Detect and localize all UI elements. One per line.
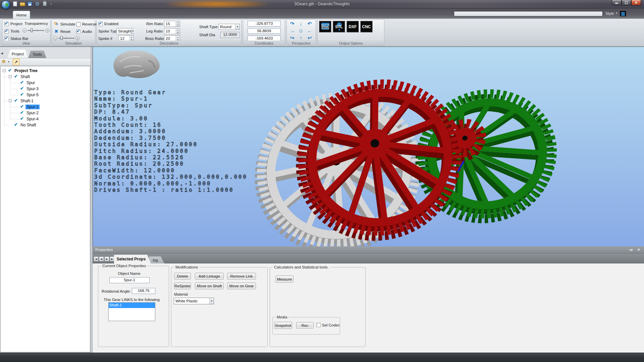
- application-menu-orb[interactable]: [1, 0, 10, 9]
- slider-track[interactable]: [58, 38, 74, 39]
- spoke-type-dropdown[interactable]: Straight ▼: [116, 28, 134, 34]
- dxf-export-button[interactable]: DXF: [346, 21, 359, 33]
- checkbox-project[interactable]: ✔ Project: [4, 21, 22, 26]
- tree-expander-icon[interactable]: −: [3, 69, 6, 72]
- remove-link-button[interactable]: Remove Link: [227, 273, 256, 280]
- delete-button[interactable]: Delete: [174, 273, 191, 280]
- coordinate-x-field[interactable]: -326.8773: [248, 21, 281, 26]
- spinner-arrows-icon[interactable]: ▲▼: [176, 28, 180, 34]
- checkbox-audio[interactable]: ✔ Audio: [76, 29, 92, 34]
- orbit-right-icon[interactable]: ↷: [288, 20, 297, 27]
- tab-log[interactable]: log: [149, 256, 164, 263]
- checkbox-icon[interactable]: ✔: [4, 37, 9, 41]
- tab-home[interactable]: Home: [13, 11, 30, 19]
- chevron-down-icon[interactable]: ▾: [8, 60, 9, 63]
- pan-left-icon[interactable]: ←: [305, 27, 314, 35]
- nav-last-icon[interactable]: ▶|: [110, 256, 115, 261]
- tree-item-project-tree[interactable]: −✔Project Tree: [1, 68, 90, 74]
- link-list-item[interactable]: Shaft-1: [109, 303, 155, 308]
- properties-title-bar[interactable]: Properties: [93, 246, 644, 254]
- checkbox-reverse[interactable]: Reverse: [76, 21, 97, 27]
- pan-down-icon[interactable]: ↓: [297, 20, 305, 27]
- snapshot-button[interactable]: Snapshot: [274, 322, 292, 329]
- gear-links-listbox[interactable]: Shaft-1: [108, 302, 155, 321]
- settings-gear-icon[interactable]: ⚙: [35, 1, 40, 7]
- material-dropdown[interactable]: White Plastic ▼: [174, 298, 214, 304]
- style-input[interactable]: [454, 11, 603, 16]
- checkbox-icon[interactable]: ✔: [4, 22, 9, 26]
- transparency-slider[interactable]: − +: [22, 28, 49, 33]
- quick-access-overflow-icon[interactable]: ▿: [50, 2, 52, 6]
- slider-plus-icon[interactable]: +: [45, 28, 49, 33]
- new-document-icon[interactable]: [12, 1, 18, 7]
- select-arrow-icon[interactable]: ↗: [13, 59, 19, 65]
- slider-thumb[interactable]: [60, 36, 63, 40]
- nav-first-icon[interactable]: |◀: [94, 256, 99, 261]
- shaft-type-dropdown[interactable]: Round ▼: [218, 24, 240, 30]
- respoke-button[interactable]: ReSpoke: [174, 283, 191, 289]
- nav-next-icon[interactable]: ▶: [104, 256, 109, 261]
- chevron-down-icon[interactable]: ▼: [131, 28, 134, 34]
- measure-button[interactable]: Measure: [275, 276, 293, 283]
- style-preview-icon[interactable]: [620, 11, 626, 16]
- nav-prev-icon[interactable]: ◀: [99, 256, 104, 261]
- tab-selected-props[interactable]: Selected Props: [114, 255, 151, 263]
- tree-item-spur-4[interactable]: ✔Spur-4: [1, 116, 90, 122]
- sidebar-tab-tools[interactable]: Tools: [28, 51, 46, 58]
- reset-button[interactable]: ✖ Reset: [54, 28, 70, 34]
- print-button[interactable]: Prn: [319, 21, 331, 33]
- restore-button[interactable]: [622, 0, 631, 5]
- gear-tool-icon[interactable]: ⚙: [2, 59, 6, 64]
- leg-ratio-spinner[interactable]: 10 ▲▼: [164, 28, 180, 34]
- checkbox-icon[interactable]: [76, 22, 80, 26]
- clipboard-icon[interactable]: [42, 1, 48, 7]
- rec-button[interactable]: Rec: [296, 322, 314, 328]
- tree-item-shaft-1[interactable]: −✔Shaft-1: [1, 98, 90, 104]
- tree-item-spur-1[interactable]: ✔Spur-1: [1, 104, 90, 110]
- 3d-viewport[interactable]: Type: Round GearName: Spur-1SubType: Spu…: [93, 47, 644, 246]
- collapse-panel-icon[interactable]: ◀: [1, 52, 3, 55]
- tree-item-spur-2[interactable]: ✔Spur-2: [1, 110, 90, 116]
- sidebar-tab-project[interactable]: Project: [7, 50, 28, 58]
- add-linkage-button[interactable]: Add Linkage: [195, 273, 224, 280]
- slider-minus-icon[interactable]: −: [53, 36, 57, 40]
- checkbox-icon[interactable]: ✔: [98, 22, 103, 26]
- checkbox-icon[interactable]: ✔: [4, 29, 9, 34]
- tree-item-spur-3[interactable]: ✔Spur-3: [1, 86, 90, 92]
- tree-item-spur[interactable]: ✔Spur: [1, 80, 90, 86]
- pan-right-icon[interactable]: →: [288, 27, 297, 35]
- minimize-button[interactable]: [612, 0, 622, 5]
- tree-item-spur-5[interactable]: ✔Spur-5: [1, 92, 90, 98]
- checkbox-enabled[interactable]: ✔ Enabled: [98, 21, 118, 26]
- checkbox-tools[interactable]: ✔ Tools: [4, 28, 19, 34]
- object-name-field[interactable]: Spur-1: [109, 277, 150, 283]
- slider-minus-icon[interactable]: −: [22, 28, 26, 33]
- tree-item-no-shaft[interactable]: ✔No Shaft: [1, 122, 90, 128]
- close-button[interactable]: ×: [631, 0, 641, 5]
- coordinate-y-field[interactable]: 56.8839: [248, 28, 281, 34]
- chevron-down-icon[interactable]: ▼: [209, 298, 214, 304]
- open-file-icon[interactable]: [20, 1, 25, 7]
- move-on-gear-button[interactable]: Move on Gear: [227, 283, 256, 289]
- sel-codec-checkbox[interactable]: [316, 323, 321, 327]
- spinner-arrows-icon[interactable]: ▲▼: [176, 21, 180, 26]
- tree-item-shaft[interactable]: −✔Shaft: [1, 74, 90, 80]
- stl-export-button[interactable]: STL: [333, 21, 345, 33]
- rim-ratio-spinner[interactable]: 15 ▲▼: [164, 21, 180, 27]
- cnc-export-button[interactable]: CNC: [360, 21, 373, 33]
- slider-thumb[interactable]: [31, 28, 33, 32]
- chevron-down-icon[interactable]: ▾: [616, 11, 618, 15]
- slider-plus-icon[interactable]: +: [75, 36, 79, 40]
- rotational-angle-field[interactable]: 168.75: [132, 288, 155, 294]
- checkbox-icon[interactable]: ✔: [76, 29, 80, 34]
- save-icon[interactable]: [27, 1, 33, 7]
- simulation-speed-slider[interactable]: − +: [53, 36, 79, 40]
- move-on-shaft-button[interactable]: Move on Shaft: [195, 283, 224, 289]
- shaft-dia-field[interactable]: 12.0000: [220, 32, 240, 38]
- tree-expander-icon[interactable]: −: [9, 75, 12, 78]
- simulate-button[interactable]: Simulate: [54, 21, 75, 27]
- tree-expander-icon[interactable]: −: [9, 99, 12, 102]
- orbit-left-icon[interactable]: ↶: [305, 20, 314, 27]
- close-panel-icon[interactable]: ×: [637, 247, 640, 252]
- chevron-down-icon[interactable]: ▼: [235, 24, 239, 29]
